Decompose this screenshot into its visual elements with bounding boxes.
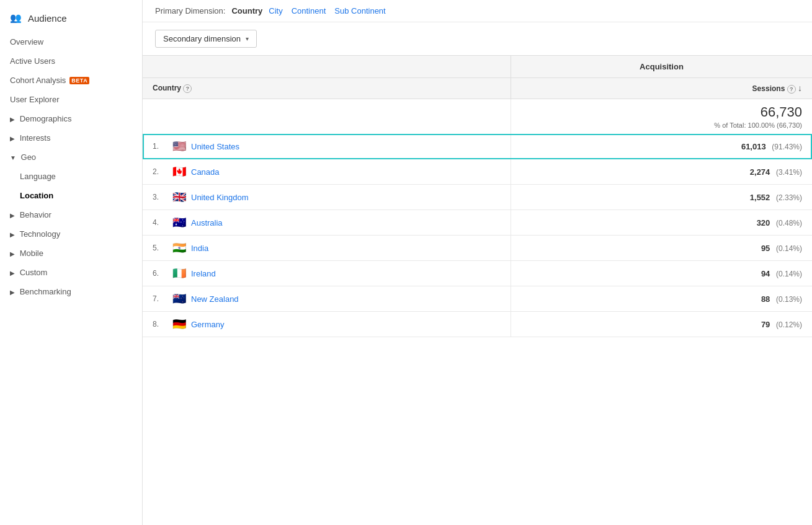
- row-num-3: 4.: [153, 218, 167, 227]
- sidebar-item-custom[interactable]: ▶ Custom: [0, 263, 142, 282]
- primary-dim-label: Primary Dimension:: [155, 6, 225, 15]
- mobile-arrow: ▶: [10, 250, 15, 257]
- sessions-value-1: 2,274: [750, 167, 770, 177]
- sidebar-item-geo[interactable]: ▼ Geo: [0, 148, 142, 167]
- sessions-value-4: 95: [761, 244, 770, 253]
- row-num-2: 3.: [153, 193, 167, 201]
- sidebar-item-technology[interactable]: ▶ Technology: [0, 224, 142, 244]
- primary-dim-subcontinent[interactable]: Sub Continent: [332, 6, 388, 15]
- country-cell-2: 3. 🇬🇧 United Kingdom: [143, 185, 511, 210]
- sidebar-item-demographics[interactable]: ▶ Demographics: [0, 109, 142, 128]
- row-num-6: 7.: [153, 294, 167, 303]
- sidebar-item-cohort-analysis[interactable]: Cohort Analysis BETA: [0, 71, 142, 90]
- sessions-pct-7: (0.12%): [776, 320, 802, 329]
- country-cell-0: 1. 🇺🇸 United States: [143, 134, 511, 159]
- table-row: 3. 🇬🇧 United Kingdom 1,552 (2.33%): [143, 185, 812, 210]
- sidebar-item-overview[interactable]: Overview: [0, 32, 142, 51]
- sessions-value-6: 88: [761, 294, 770, 304]
- sessions-cell-0: 61,013 (91.43%): [511, 134, 812, 159]
- geo-arrow: ▼: [10, 154, 16, 161]
- sidebar-title: Audience: [28, 13, 67, 24]
- country-name-2[interactable]: United Kingdom: [191, 193, 249, 202]
- sessions-cell-1: 2,274 (3.41%): [511, 159, 812, 185]
- sidebar-item-language[interactable]: Language: [0, 167, 142, 186]
- sessions-value-5: 94: [761, 269, 770, 278]
- sessions-value-0: 61,013: [741, 142, 766, 151]
- country-cell-7: 8. 🇩🇪 Germany: [143, 312, 511, 337]
- flag-1: 🇨🇦: [172, 165, 186, 179]
- secondary-dim-label: Secondary dimension: [163, 34, 241, 43]
- totals-pct-label: % of Total: 100.00% (66,730): [521, 121, 802, 129]
- data-table: Acquisition Country ? Sessions ? ↓: [143, 55, 812, 337]
- sessions-value-2: 1,552: [750, 193, 770, 202]
- secondary-dimension-button[interactable]: Secondary dimension ▾: [155, 30, 257, 48]
- sidebar-item-interests[interactable]: ▶ Interests: [0, 128, 142, 148]
- beta-badge: BETA: [69, 77, 89, 84]
- main-content: Primary Dimension: Country City Continen…: [143, 0, 812, 525]
- totals-label-cell: [143, 99, 511, 135]
- sessions-pct-0: (91.43%): [772, 143, 802, 151]
- interests-arrow: ▶: [10, 135, 15, 142]
- demographics-arrow: ▶: [10, 116, 15, 123]
- sessions-cell-3: 320 (0.48%): [511, 210, 812, 236]
- country-cell-1: 2. 🇨🇦 Canada: [143, 159, 511, 185]
- table-row: 8. 🇩🇪 Germany 79 (0.12%): [143, 312, 812, 337]
- sessions-cell-7: 79 (0.12%): [511, 312, 812, 337]
- row-num-4: 5.: [153, 244, 167, 252]
- primary-dim-city[interactable]: City: [266, 6, 285, 15]
- th-acquisition: Acquisition: [511, 56, 812, 78]
- country-name-6[interactable]: New Zealand: [191, 294, 239, 304]
- sessions-pct-2: (2.33%): [776, 193, 802, 202]
- flag-5: 🇮🇪: [172, 267, 186, 280]
- country-cell-5: 6. 🇮🇪 Ireland: [143, 261, 511, 286]
- sort-down-icon[interactable]: ↓: [798, 83, 802, 93]
- secondary-dimension-row: Secondary dimension ▾: [143, 22, 812, 55]
- sidebar-nav: Overview Active Users Cohort Analysis BE…: [0, 32, 142, 301]
- sessions-cell-6: 88 (0.13%): [511, 286, 812, 312]
- sidebar-header: 👥 Audience: [0, 6, 142, 32]
- country-cell-3: 4. 🇦🇺 Australia: [143, 210, 511, 236]
- sidebar-item-behavior[interactable]: ▶ Behavior: [0, 205, 142, 224]
- country-name-3[interactable]: Australia: [191, 218, 223, 227]
- th-country: Country ?: [143, 78, 511, 99]
- table-row: 5. 🇮🇳 India 95 (0.14%): [143, 236, 812, 261]
- primary-dim-continent[interactable]: Continent: [289, 6, 329, 15]
- sessions-value-3: 320: [757, 218, 770, 227]
- country-cell-4: 5. 🇮🇳 India: [143, 236, 511, 261]
- country-name-0[interactable]: United States: [191, 142, 239, 151]
- table-row: 4. 🇦🇺 Australia 320 (0.48%): [143, 210, 812, 236]
- sidebar: 👥 Audience Overview Active Users Cohort …: [0, 0, 143, 525]
- country-name-4[interactable]: India: [191, 244, 208, 253]
- totals-sessions-value: 66,730: [521, 104, 802, 120]
- sidebar-item-active-users[interactable]: Active Users: [0, 51, 142, 71]
- flag-2: 🇬🇧: [172, 190, 186, 204]
- sidebar-item-mobile[interactable]: ▶ Mobile: [0, 244, 142, 263]
- sessions-cell-2: 1,552 (2.33%): [511, 185, 812, 210]
- sessions-pct-5: (0.14%): [776, 270, 802, 278]
- country-name-1[interactable]: Canada: [191, 167, 220, 177]
- sidebar-item-benchmarking[interactable]: ▶ Benchmarking: [0, 282, 142, 301]
- table-row: 1. 🇺🇸 United States 61,013 (91.43%): [143, 134, 812, 159]
- totals-value-cell: 66,730 % of Total: 100.00% (66,730): [511, 99, 812, 135]
- sessions-cell-5: 94 (0.14%): [511, 261, 812, 286]
- totals-row: 66,730 % of Total: 100.00% (66,730): [143, 99, 812, 135]
- sidebar-item-user-explorer[interactable]: User Explorer: [0, 90, 142, 109]
- sessions-pct-4: (0.14%): [776, 244, 802, 253]
- country-help-icon[interactable]: ?: [183, 84, 192, 93]
- th-sessions[interactable]: Sessions ? ↓: [511, 78, 812, 99]
- custom-arrow: ▶: [10, 270, 15, 276]
- country-name-5[interactable]: Ireland: [191, 269, 216, 278]
- row-num-5: 6.: [153, 269, 167, 278]
- table-body: 66,730 % of Total: 100.00% (66,730) 1. 🇺…: [143, 99, 812, 337]
- table-header-acquisition: Acquisition: [143, 56, 812, 78]
- table-row: 7. 🇳🇿 New Zealand 88 (0.13%): [143, 286, 812, 312]
- country-name-7[interactable]: Germany: [191, 320, 224, 329]
- sessions-pct-3: (0.48%): [776, 219, 802, 227]
- cohort-label: Cohort Analysis: [10, 76, 66, 85]
- primary-dimension-bar: Primary Dimension: Country City Continen…: [143, 0, 812, 22]
- sessions-help-icon[interactable]: ?: [787, 85, 796, 94]
- sidebar-item-location[interactable]: Location: [0, 186, 142, 205]
- table-header-columns: Country ? Sessions ? ↓: [143, 78, 812, 99]
- sessions-pct-6: (0.13%): [776, 295, 802, 304]
- th-sessions-label: Sessions: [752, 84, 785, 93]
